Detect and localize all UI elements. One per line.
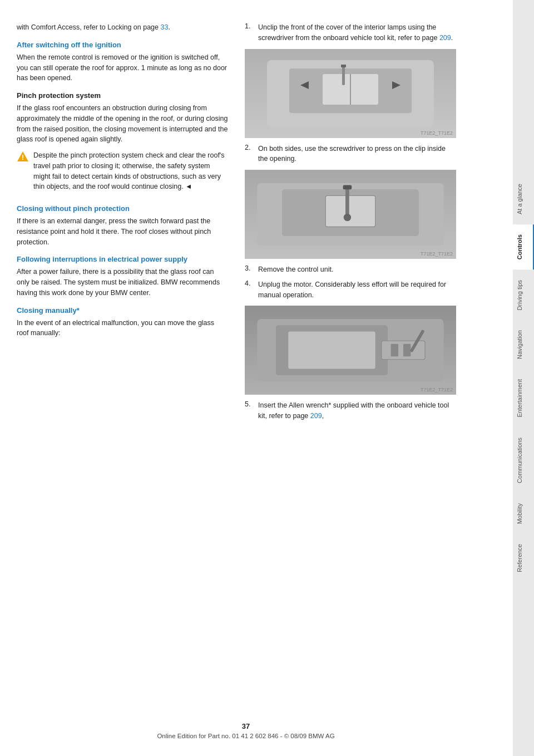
step3-text: Remove the control unit. bbox=[258, 264, 334, 275]
step4: 4. Unplug the motor. Considerably less e… bbox=[245, 279, 456, 301]
step5-link[interactable]: 209 bbox=[310, 412, 322, 420]
svg-rect-14 bbox=[343, 185, 352, 189]
step1: 1. Unclip the front of the cover of the … bbox=[245, 22, 456, 43]
svg-rect-20 bbox=[391, 344, 398, 356]
step2: 2. On both sides, use the screwdriver to… bbox=[245, 144, 456, 165]
sidebar-tab-reference[interactable]: Reference bbox=[513, 534, 534, 582]
right-column: 1. Unclip the front of the cover of the … bbox=[245, 22, 456, 426]
warning-text: Despite the pinch protection system chec… bbox=[33, 150, 228, 192]
step1-num: 1. bbox=[245, 22, 254, 30]
warning-icon: ! bbox=[17, 150, 29, 164]
after-ignition-heading: After switching off the ignition bbox=[17, 41, 228, 49]
pinch-heading: Pinch protection system bbox=[17, 91, 228, 100]
step2-num: 2. bbox=[245, 144, 254, 151]
sidebar-tab-at-a-glance[interactable]: At a glance bbox=[513, 174, 534, 224]
main-content: with Comfort Access, refer to Locking on… bbox=[0, 0, 513, 756]
image-screwdriver: T71E2_T71E2 bbox=[245, 170, 456, 259]
warning-box: ! Despite the pinch protection system ch… bbox=[17, 150, 228, 197]
closing-without-text: If there is an external danger, press th… bbox=[17, 216, 228, 247]
step5-num: 5. bbox=[245, 400, 254, 408]
svg-rect-12 bbox=[325, 195, 375, 227]
page-number: 37 bbox=[0, 722, 492, 730]
step2-text: On both sides, use the screwdriver to pr… bbox=[258, 144, 456, 165]
image2-label: T71E2_T71E2 bbox=[421, 251, 453, 257]
svg-rect-18 bbox=[288, 332, 375, 369]
intro-text: with Comfort Access, refer to Locking on… bbox=[17, 22, 228, 33]
page-container: with Comfort Access, refer to Locking on… bbox=[0, 0, 534, 756]
left-column: with Comfort Access, refer to Locking on… bbox=[17, 22, 228, 426]
following-heading: Following interruptions in electrical po… bbox=[17, 255, 228, 263]
two-column-layout: with Comfort Access, refer to Locking on… bbox=[17, 22, 496, 426]
step1-text: Unclip the front of the cover of the int… bbox=[258, 22, 456, 43]
after-ignition-text: When the remote control is removed or th… bbox=[17, 52, 228, 84]
copyright-text: Online Edition for Part no. 01 41 2 602 … bbox=[157, 733, 334, 739]
sidebar-tab-controls[interactable]: Controls bbox=[513, 224, 534, 269]
step1-link[interactable]: 209 bbox=[439, 34, 451, 42]
svg-point-15 bbox=[344, 214, 351, 221]
step3: 3. Remove the control unit. bbox=[245, 264, 456, 275]
sidebar-tab-navigation[interactable]: Navigation bbox=[513, 320, 534, 369]
step5-text: Insert the Allen wrench* supplied with t… bbox=[258, 400, 456, 421]
image-motor: T71E2_T71E2 bbox=[245, 306, 456, 395]
following-text: After a power failure, there is a possib… bbox=[17, 267, 228, 298]
sidebar: At a glance Controls Driving tips Naviga… bbox=[513, 0, 534, 756]
intro-link[interactable]: 33 bbox=[160, 23, 168, 31]
pinch-text: If the glass roof encounters an obstruct… bbox=[17, 103, 228, 145]
image1-label: T71E2_T71E2 bbox=[421, 130, 453, 136]
step3-num: 3. bbox=[245, 264, 254, 272]
svg-rect-13 bbox=[345, 186, 349, 218]
closing-manually-text: In the event of an electrical malfunctio… bbox=[17, 318, 228, 339]
page-footer: 37 Online Edition for Part no. 01 41 2 6… bbox=[0, 722, 492, 739]
closing-manually-heading: Closing manually* bbox=[17, 306, 228, 315]
sidebar-tab-driving-tips[interactable]: Driving tips bbox=[513, 270, 534, 320]
sidebar-tab-entertainment[interactable]: Entertainment bbox=[513, 369, 534, 427]
svg-rect-8 bbox=[342, 66, 345, 85]
step5: 5. Insert the Allen wrench* supplied wit… bbox=[245, 400, 456, 421]
svg-text:!: ! bbox=[22, 154, 24, 161]
sidebar-tab-communications[interactable]: Communications bbox=[513, 428, 534, 493]
image3-label: T71E2_T71E2 bbox=[421, 387, 453, 392]
step4-num: 4. bbox=[245, 279, 254, 287]
svg-rect-9 bbox=[341, 65, 346, 67]
step4-text: Unplug the motor. Considerably less effo… bbox=[258, 279, 456, 301]
sidebar-tab-mobility[interactable]: Mobility bbox=[513, 493, 534, 534]
closing-without-heading: Closing without pinch protection bbox=[17, 204, 228, 213]
image-interior-lamp: T71E2_T71E2 bbox=[245, 49, 456, 138]
svg-rect-21 bbox=[403, 344, 411, 356]
